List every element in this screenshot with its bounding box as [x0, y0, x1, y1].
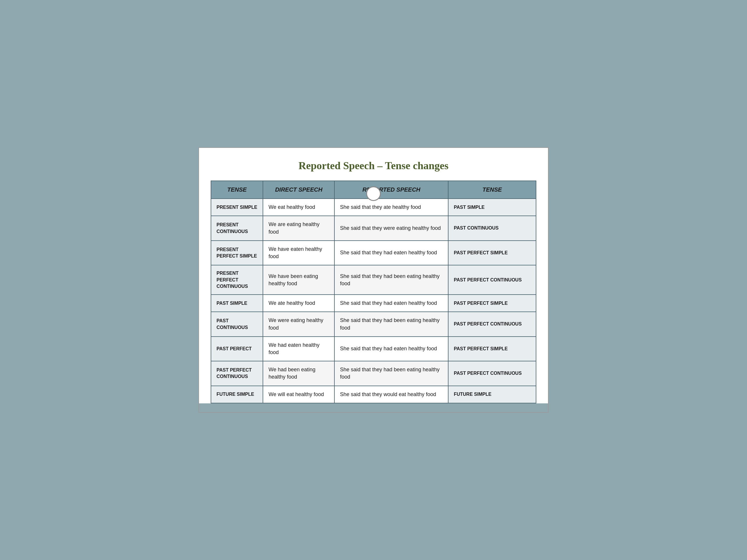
cell-tense: PAST PERFECT CONTINUOUS — [211, 361, 263, 385]
cell-result-tense: PAST PERFECT CONTINUOUS — [448, 265, 536, 295]
cell-tense: PRESENT PERFECT SIMPLE — [211, 241, 263, 265]
header-reported-speech: REPORTED SPEECH — [334, 181, 448, 198]
table-row: FUTURE SIMPLEWe will eat healthy foodShe… — [211, 386, 536, 403]
cell-direct: We will eat healthy food — [263, 386, 334, 403]
header-direct-speech: DIRECT SPEECH — [263, 181, 334, 198]
cell-result-tense: PAST CONTINUOUS — [448, 216, 536, 240]
cell-tense: PAST SIMPLE — [211, 295, 263, 312]
cell-tense: PAST CONTINUOUS — [211, 312, 263, 336]
table-row: PRESENT PERFECT SIMPLEWe have eaten heal… — [211, 241, 536, 265]
cell-result-tense: PAST PERFECT CONTINUOUS — [448, 312, 536, 336]
cell-result-tense: PAST PERFECT SIMPLE — [448, 241, 536, 265]
table-row: PRESENT CONTINUOUSWe are eating healthy … — [211, 216, 536, 240]
cell-tense: FUTURE SIMPLE — [211, 386, 263, 403]
cell-direct: We were eating healthy food — [263, 312, 334, 336]
header-tense: TENSE — [211, 181, 263, 198]
cell-tense: PAST PERFECT — [211, 337, 263, 361]
circle-decoration — [366, 186, 381, 201]
cell-tense: PRESENT CONTINUOUS — [211, 216, 263, 240]
cell-reported: She said that they would eat healthy foo… — [334, 386, 448, 403]
table-row: PAST PERFECTWe had eaten healthy foodShe… — [211, 337, 536, 361]
table-row: PAST SIMPLEWe ate healthy foodShe said t… — [211, 295, 536, 312]
page-title: Reported Speech – Tense changes — [211, 160, 536, 172]
cell-tense: PRESENT PERFECT CONTINUOUS — [211, 265, 263, 295]
cell-reported: She said that they had been eating healt… — [334, 361, 448, 385]
table-row: PAST CONTINUOUSWe were eating healthy fo… — [211, 312, 536, 336]
cell-reported: She said that they ate healthy food — [334, 198, 448, 216]
cell-direct: We had eaten healthy food — [263, 337, 334, 361]
bottom-bar — [199, 403, 548, 412]
cell-reported: She said that they had eaten healthy foo… — [334, 295, 448, 312]
cell-direct: We had been eating healthy food — [263, 361, 334, 385]
cell-result-tense: PAST PERFECT CONTINUOUS — [448, 361, 536, 385]
cell-reported: She said that they had been eating healt… — [334, 265, 448, 295]
cell-direct: We ate healthy food — [263, 295, 334, 312]
table-row: PAST PERFECT CONTINUOUSWe had been eatin… — [211, 361, 536, 385]
cell-result-tense: PAST PERFECT SIMPLE — [448, 337, 536, 361]
cell-direct: We are eating healthy food — [263, 216, 334, 240]
header-result-tense: TENSE — [448, 181, 536, 198]
slide-container: Reported Speech – Tense changes TENSE DI… — [199, 147, 548, 413]
cell-result-tense: PAST PERFECT SIMPLE — [448, 295, 536, 312]
cell-reported: She said that they had been eating healt… — [334, 312, 448, 336]
table-row: PRESENT SIMPLEWe eat healthy foodShe sai… — [211, 198, 536, 216]
cell-result-tense: PAST SIMPLE — [448, 198, 536, 216]
cell-reported: She said that they had eaten healthy foo… — [334, 337, 448, 361]
cell-direct: We eat healthy food — [263, 198, 334, 216]
cell-tense: PRESENT SIMPLE — [211, 198, 263, 216]
table-row: PRESENT PERFECT CONTINUOUSWe have been e… — [211, 265, 536, 295]
cell-reported: She said that they had eaten healthy foo… — [334, 241, 448, 265]
cell-direct: We have eaten healthy food — [263, 241, 334, 265]
tense-table: TENSE DIRECT SPEECH REPORTED SPEECH TENS… — [211, 181, 536, 403]
cell-direct: We have been eating healthy food — [263, 265, 334, 295]
cell-result-tense: FUTURE SIMPLE — [448, 386, 536, 403]
cell-reported: She said that they were eating healthy f… — [334, 216, 448, 240]
